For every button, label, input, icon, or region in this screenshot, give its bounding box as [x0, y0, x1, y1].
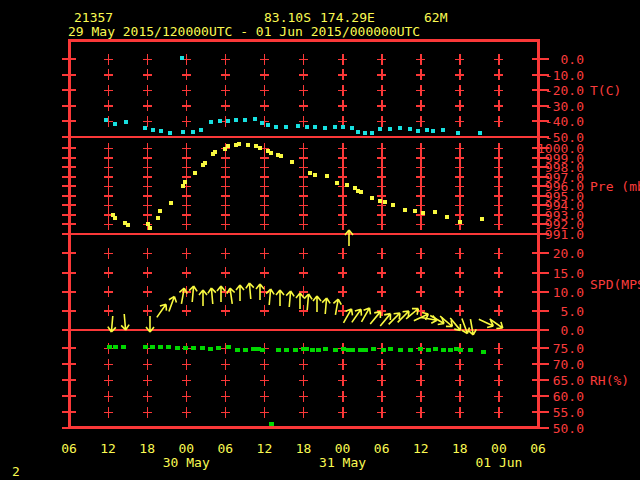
- wind-vector-arrow: [143, 315, 157, 335]
- wind_speed-tick-label: 0.0: [534, 323, 584, 338]
- relative_humidity-dot: [418, 347, 423, 351]
- relative_humidity-dot: [333, 348, 338, 352]
- grid-cross: [377, 248, 386, 259]
- grid-cross: [338, 54, 347, 65]
- grid-cross: [221, 407, 230, 418]
- relative_humidity-tick-label: 60.0: [534, 389, 584, 404]
- wind_speed-tick-label: 20.0: [534, 246, 584, 261]
- grid-cross: [494, 248, 503, 259]
- pressure-dot: [203, 161, 207, 165]
- grid-cross: [143, 69, 152, 80]
- temperature-dot: [416, 129, 420, 133]
- grid-cross: [416, 375, 425, 386]
- temperature-dot: [323, 126, 327, 130]
- temperature-tick-label: 0.0: [534, 52, 584, 67]
- grid-cross: [104, 359, 113, 370]
- temperature-dot: [456, 131, 460, 135]
- pressure-dot: [391, 203, 395, 207]
- grid-cross: [338, 248, 347, 259]
- axis-tick-left: [62, 395, 76, 397]
- temperature-dot: [431, 129, 435, 133]
- x-axis-hour-label: 12: [94, 441, 122, 456]
- pressure-dot: [445, 215, 449, 219]
- axis-tick-left: [62, 233, 76, 235]
- grid-cross: [182, 69, 191, 80]
- grid-cross: [377, 219, 386, 230]
- pressure-dot: [237, 142, 241, 146]
- grid-cross: [104, 375, 113, 386]
- temperature-dot: [284, 125, 288, 129]
- relative_humidity-dot: [468, 348, 473, 352]
- relative_humidity-dot: [226, 345, 231, 349]
- pressure-dot: [313, 173, 317, 177]
- grid-cross: [494, 85, 503, 96]
- axis-tick-left: [62, 291, 76, 293]
- relative_humidity-dot: [363, 348, 368, 352]
- temperature-dot: [159, 129, 163, 133]
- axis-tick-left: [62, 147, 76, 149]
- pressure-dot: [279, 154, 283, 158]
- grid-cross: [455, 248, 464, 259]
- grid-cross: [338, 391, 347, 402]
- station-id: 21357: [74, 10, 113, 25]
- grid-cross: [182, 85, 191, 96]
- grid-cross: [494, 69, 503, 80]
- grid-cross: [455, 359, 464, 370]
- grid-cross: [221, 391, 230, 402]
- grid-cross: [143, 359, 152, 370]
- grid-cross: [494, 391, 503, 402]
- grid-cross: [104, 407, 113, 418]
- wind_speed-tick-label: 15.0: [534, 266, 584, 281]
- grid-cross: [260, 375, 269, 386]
- grid-cross: [299, 407, 308, 418]
- axis-tick-left: [62, 157, 76, 159]
- grid-cross: [104, 69, 113, 80]
- grid-cross: [338, 407, 347, 418]
- temperature-dot: [408, 127, 412, 131]
- grid-cross: [377, 391, 386, 402]
- grid-cross: [455, 267, 464, 278]
- temperature-tick-label: -30.0: [534, 99, 584, 114]
- pressure-dot: [126, 223, 130, 227]
- station-elevation: 62M: [424, 10, 447, 25]
- grid-cross: [221, 85, 230, 96]
- relative_humidity-tick-label: 55.0: [534, 405, 584, 420]
- pressure-dot: [308, 171, 312, 175]
- relative_humidity-dot: [284, 348, 289, 352]
- temperature-dot: [370, 131, 374, 135]
- relative_humidity-dot: [388, 347, 393, 351]
- grid-cross: [455, 69, 464, 80]
- grid-cross: [221, 375, 230, 386]
- axis-unit-pressure: Pre (mb): [590, 179, 640, 194]
- grid-cross: [494, 286, 503, 297]
- panel-divider-pressure-wind: [68, 233, 540, 235]
- grid-cross: [299, 248, 308, 259]
- grid-cross: [182, 375, 191, 386]
- relative_humidity-dot: [371, 347, 376, 351]
- temperature-dot: [181, 130, 185, 134]
- relative_humidity-dot: [166, 345, 171, 349]
- pressure-dot: [335, 181, 339, 185]
- x-axis-hour-label: 12: [407, 441, 435, 456]
- grid-cross: [416, 359, 425, 370]
- pressure-dot: [169, 201, 173, 205]
- relative_humidity-dot: [481, 350, 486, 354]
- grid-cross: [455, 100, 464, 111]
- temperature-dot: [441, 128, 445, 132]
- temperature-tick-label: -40.0: [534, 114, 584, 129]
- grid-cross: [143, 391, 152, 402]
- temperature-dot: [191, 130, 195, 134]
- relative_humidity-dot: [316, 348, 321, 352]
- relative_humidity-dot: [143, 345, 148, 349]
- grid-cross: [182, 391, 191, 402]
- grid-cross: [104, 85, 113, 96]
- temperature-dot: [151, 128, 155, 132]
- grid-cross: [377, 69, 386, 80]
- relative_humidity-dot: [350, 348, 355, 352]
- pressure-dot: [433, 210, 437, 214]
- temperature-dot: [168, 131, 172, 135]
- grid-cross: [260, 267, 269, 278]
- grid-cross: [416, 219, 425, 230]
- temperature-tick-label: -10.0: [534, 68, 584, 83]
- temperature-dot: [356, 130, 360, 134]
